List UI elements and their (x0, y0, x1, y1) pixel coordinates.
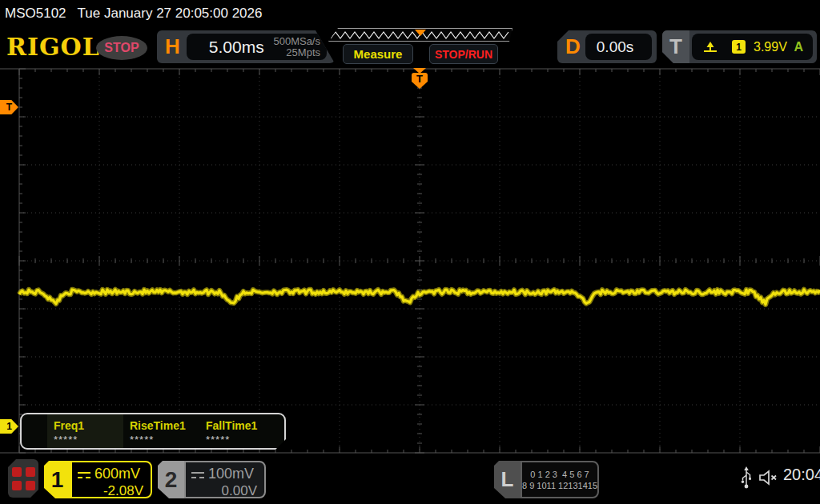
delay-value: 0.00s (597, 38, 633, 56)
model-name: MSO5102 (5, 6, 66, 22)
trigger-box: 1 3.99V A (692, 34, 813, 60)
trigger-level-value: 3.99V (754, 40, 787, 54)
measurement-results-panel[interactable]: Freq1 ***** RiseTime1 ***** FallTime1 **… (20, 413, 286, 450)
header: RIGOL STOP H 5.00ms 500MSa/s 25Mpts Meas… (0, 26, 820, 67)
measurement-col-freq[interactable]: Freq1 ***** (47, 414, 123, 448)
quick-menu-button[interactable] (8, 459, 38, 498)
trigger-position-pointer-icon[interactable] (415, 30, 426, 36)
logic-analyzer-status[interactable]: L 0 1 2 3 4 5 6 7 8 9 1011 12131415 (494, 461, 599, 498)
datetime: Tue January 27 20:05:00 2026 (78, 6, 263, 22)
measure-button[interactable]: Measure (343, 44, 413, 64)
trigger-position-shield-icon: T (412, 73, 428, 89)
bottom-bar: 1 600mV -2.08V 2 100mV 0.00V L 0 1 2 3 4… (0, 454, 820, 504)
trigger-mode: A (794, 40, 803, 54)
measurement-value: ***** (54, 434, 123, 446)
channel-1-status[interactable]: 1 600mV -2.08V (44, 461, 152, 498)
timebase-value: 5.00ms (209, 38, 264, 57)
measurement-label: RiseTime1 (130, 419, 199, 432)
channel-1-offset: -2.08V (72, 483, 151, 499)
speaker-muted-icon[interactable] (758, 468, 780, 490)
measurement-col-falltime[interactable]: FallTime1 ***** (199, 414, 275, 448)
delay-label: D (565, 34, 581, 59)
measurement-value: ***** (206, 434, 275, 446)
graticule-and-trace (0, 67, 820, 454)
channel-2-tab[interactable]: 2 (158, 461, 184, 498)
dc-coupling-icon (78, 472, 90, 478)
channel-2-body: 100mV 0.00V (184, 461, 266, 498)
trigger-label: T (662, 30, 689, 63)
measurement-label: Freq1 (54, 419, 123, 432)
trigger-position-marker[interactable]: T (410, 68, 429, 89)
horizontal-panel[interactable]: H 5.00ms 500MSa/s 25Mpts (157, 30, 335, 63)
stop-run-button[interactable]: STOP/RUN (429, 44, 498, 64)
usb-icon (740, 466, 753, 493)
logic-row-1: 0 1 2 3 4 5 6 7 (530, 469, 589, 480)
channel-2-scale: 100mV (208, 466, 254, 482)
sample-rate: 500MSa/s 25Mpts (273, 36, 320, 58)
trigger-position-triangle-icon (413, 68, 426, 74)
waveform-display: T T 1 Freq1 ***** RiseTime1 ***** FallTi… (0, 67, 820, 454)
delay-panel[interactable]: D 0.00s (557, 30, 657, 63)
channel-2-status[interactable]: 2 100mV 0.00V (158, 461, 266, 498)
rigol-logo: RIGOL (6, 33, 100, 61)
channel-1-scale: 600mV (94, 466, 140, 482)
clock: 20:04 (783, 466, 820, 484)
rising-edge-trigger-icon (701, 40, 719, 54)
quad-grid-icon (12, 467, 35, 490)
measurement-label: FallTime1 (206, 419, 275, 432)
trigger-panel[interactable]: T 1 3.99V A (662, 30, 817, 63)
logic-analyzer-tab[interactable]: L (494, 461, 521, 498)
dc-coupling-icon (191, 472, 204, 478)
channel-1-tab[interactable]: 1 (44, 461, 70, 498)
delay-box: 0.00s (585, 34, 652, 60)
logic-row-2: 8 9 1011 12131415 (522, 480, 597, 491)
channel-2-offset: 0.00V (186, 483, 264, 499)
channel-1-body: 600mV -2.08V (70, 461, 152, 498)
run-state-badge[interactable]: STOP (96, 36, 147, 60)
status-bar: MSO5102 Tue January 27 20:05:00 2026 (0, 0, 820, 26)
measurement-col-risetime[interactable]: RiseTime1 ***** (123, 414, 199, 448)
trigger-source-badge: 1 (732, 40, 746, 54)
timebase-box: 5.00ms 500MSa/s 25Mpts (187, 34, 327, 60)
waveform-position-bar[interactable] (328, 28, 512, 42)
logic-channel-list: 0 1 2 3 4 5 6 7 8 9 1011 12131415 (521, 461, 599, 498)
horizontal-label: H (165, 34, 180, 59)
measurement-value: ***** (130, 434, 199, 446)
